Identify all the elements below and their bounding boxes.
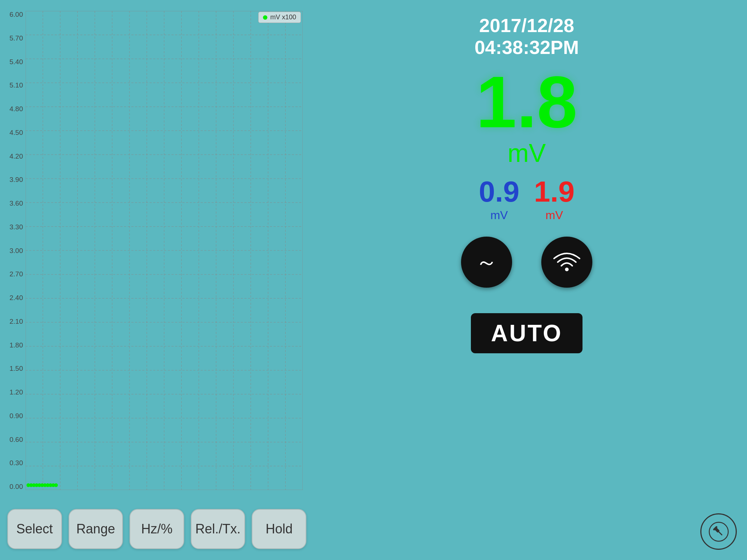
y-label-0: 0.00	[7, 483, 25, 490]
y-label-9: 2.70	[7, 271, 25, 277]
main-container: 0.00 0.30 0.60 0.90 1.20 1.50 1.80 2.10 …	[0, 0, 747, 560]
y-label-14: 4.20	[7, 153, 25, 160]
svg-line-52	[719, 532, 721, 534]
right-panel: 2017/12/28 04:38:32PM 1.8 mV 0.9 mV 1.9 …	[314, 7, 740, 553]
signal-button[interactable]	[541, 237, 592, 288]
y-label-20: 6.00	[7, 11, 25, 18]
chart-svg	[26, 11, 303, 490]
y-label-6: 1.80	[7, 342, 25, 349]
hz-pct-button[interactable]: Hz/%	[129, 509, 184, 549]
y-axis-labels: 0.00 0.30 0.60 0.90 1.20 1.50 1.80 2.10 …	[7, 11, 25, 490]
y-label-7: 2.10	[7, 318, 25, 325]
pin-icon	[709, 522, 729, 542]
sub-value-right: 1.9 mV	[534, 175, 574, 222]
time-display: 04:38:32PM	[475, 36, 579, 58]
main-value-display: 1.8	[476, 66, 577, 139]
wave-button[interactable]: ～	[461, 237, 512, 288]
y-label-13: 3.90	[7, 176, 25, 183]
y-label-12: 3.60	[7, 200, 25, 207]
y-label-3: 0.90	[7, 412, 25, 419]
sub-unit-left: mV	[490, 209, 508, 222]
y-label-15: 4.50	[7, 129, 25, 136]
y-label-19: 5.70	[7, 35, 25, 42]
y-label-17: 5.10	[7, 82, 25, 89]
sub-value-left: 0.9 mV	[479, 175, 519, 222]
sub-value-right-number: 1.9	[534, 175, 574, 209]
sub-values-container: 0.9 mV 1.9 mV	[479, 175, 574, 222]
hold-button[interactable]: Hold	[252, 509, 306, 549]
y-label-1: 0.30	[7, 459, 25, 466]
y-label-18: 5.40	[7, 58, 25, 65]
y-label-10: 3.00	[7, 247, 25, 254]
chart-wrapper: 0.00 0.30 0.60 0.90 1.20 1.50 1.80 2.10 …	[7, 7, 306, 501]
y-label-4: 1.20	[7, 389, 25, 396]
sub-value-left-number: 0.9	[479, 175, 519, 209]
signal-icon	[552, 251, 581, 273]
svg-point-47	[54, 483, 58, 487]
bottom-buttons: Select Range Hz/% Rel./Tx. Hold	[7, 501, 306, 553]
date-display: 2017/12/28	[475, 15, 579, 36]
select-button[interactable]: Select	[7, 509, 62, 549]
y-label-11: 3.30	[7, 223, 25, 230]
sub-unit-right: mV	[546, 209, 563, 222]
rel-tx-button[interactable]: Rel./Tx.	[191, 509, 245, 549]
auto-button[interactable]: AUTO	[471, 313, 582, 353]
datetime-display: 2017/12/28 04:38:32PM	[475, 15, 579, 58]
svg-point-48	[565, 268, 569, 271]
legend-box: mV x100	[258, 12, 301, 23]
legend-label: mV x100	[270, 13, 296, 21]
y-label-2: 0.60	[7, 436, 25, 443]
pin-button[interactable]	[700, 513, 737, 550]
y-label-8: 2.40	[7, 294, 25, 301]
main-unit-display: mV	[508, 139, 546, 168]
range-button[interactable]: Range	[69, 509, 123, 549]
chart-section: 0.00 0.30 0.60 0.90 1.20 1.50 1.80 2.10 …	[7, 7, 306, 553]
wave-icon: ～	[476, 248, 498, 277]
legend-dot	[263, 15, 267, 20]
y-label-16: 4.80	[7, 105, 25, 112]
controls-row: ～	[461, 237, 592, 288]
y-label-5: 1.50	[7, 365, 25, 372]
